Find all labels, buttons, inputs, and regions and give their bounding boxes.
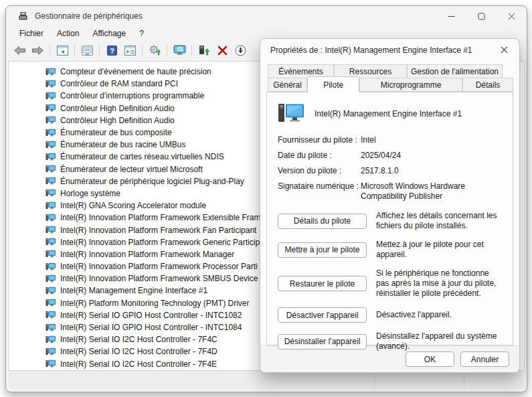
svg-text:?: ? [110,46,114,54]
export-list-icon[interactable] [122,43,138,58]
tree-item-label: Intel(R) Platform Monitoring Technology … [60,299,250,308]
tree-item-label: Énumérateur de bus composite [60,128,172,137]
tree-item-label: Intel(R) Innovation Platform Framework M… [60,250,234,259]
tab-row-front: GénéralPiloteMicroprogrammeDétails [266,78,513,92]
détails-du-pilote-button[interactable]: Détails du pilote [278,214,367,229]
uninstall-device-icon[interactable] [214,43,230,58]
titlebar[interactable]: Gestionnaire de périphériques [6,6,527,26]
action-description: Mettez à jour le pilote pour cet apparei… [376,240,502,260]
device-icon [278,102,304,125]
menu-item-affichage[interactable]: Affichage [86,27,132,40]
tree-item-label: Contrôleur de RAM standard PCI [60,79,178,88]
system-device-icon [46,360,56,368]
app-icon [18,11,28,21]
driver-fields: Fournisseur du pilote :IntelDate du pilo… [278,135,502,202]
tree-item-label: Contrôleur High Definition Audio [60,104,175,113]
system-device-icon [46,80,56,88]
system-device-icon [46,141,56,149]
tree-item-label: Contrôleur d'interruptions programmable [60,91,204,100]
ok-button[interactable]: OK [406,351,454,367]
system-device-icon [46,274,56,283]
tab-gestion-de-l-alimentation[interactable]: Gestion de l'alimentation [407,64,503,78]
close-button[interactable] [497,6,527,26]
back-icon[interactable] [11,43,27,58]
device-name: Intel(R) Management Engine Interface #1 [315,109,462,118]
tree-item-label: Intel(R) Serial IO GPIO Host Controller … [60,311,242,320]
tab-microprogramme[interactable]: Microprogramme [359,78,462,92]
field-value: Intel [361,135,502,145]
toolbar-separator [74,45,75,56]
system-device-icon [46,202,56,210]
dialog-title: Propriétés de : Intel(R) Management Engi… [270,46,472,55]
field-value: 2025/04/24 [361,151,502,161]
properties-icon[interactable] [79,43,95,58]
driver-action-row: Mettre à jour le piloteMettez à jour le … [278,240,502,260]
driver-tab-page: Intel(R) Management Engine Interface #1 … [266,92,513,345]
system-device-icon [46,116,56,125]
properties-dialog: Propriétés de : Intel(R) Management Engi… [260,38,520,373]
system-device-icon [46,189,56,197]
tree-item-label: Énumérateur de cartes réseau virtuelles … [60,152,224,161]
system-device-icon [46,177,56,185]
tree-item-label: Horloge système [60,189,120,198]
disable-device-icon[interactable] [232,43,248,58]
tree-item-label: Intel(R) Management Engine Interface #1 [60,286,207,295]
driver-actions: Détails du piloteAffichez les détails co… [278,211,502,351]
driver-field-row: Fournisseur du pilote :Intel [278,135,502,145]
system-device-icon [46,287,56,295]
tree-item-label: Intel(R) Innovation Platform Framework S… [60,274,258,283]
field-value: Microsoft Windows Hardware Compatibility… [361,181,502,202]
action-description: Désactivez l'appareil. [376,310,502,320]
field-label: Version du pilote : [278,166,361,176]
system-device-icon [46,250,56,258]
menu-item-?[interactable]: ? [132,27,151,40]
driver-action-row: Désinstaller l'appareilDésinstallez l'ap… [278,331,502,351]
driver-action-row: Restaurer le piloteSi le périphérique ne… [278,268,502,299]
menu-item-fichier[interactable]: Fichier [13,27,50,40]
system-device-icon [46,104,56,112]
désinstaller-l-appareil-button[interactable]: Désinstaller l'appareil [278,334,367,349]
field-label: Date du pilote : [278,151,361,161]
system-device-icon [46,299,56,307]
dialog-titlebar[interactable]: Propriétés de : Intel(R) Management Engi… [260,39,519,61]
system-device-icon [46,335,56,344]
system-device-icon [46,347,56,356]
tree-item-label: Intel(R) Innovation Platform Framework E… [60,213,260,222]
system-device-icon [46,262,56,271]
search-devices-icon[interactable] [171,43,187,58]
update-driver-icon[interactable] [196,43,212,58]
system-device-icon [46,214,56,222]
tab-détails[interactable]: Détails [462,78,513,92]
tab-pilote[interactable]: Pilote [307,76,359,92]
forward-icon[interactable] [29,43,46,58]
tab-strip: ÉvénementsRessourcesGestion de l'aliment… [266,64,513,92]
toolbar-separator [142,45,143,56]
maximize-button[interactable] [466,6,497,26]
tab-général[interactable]: Général [268,78,307,92]
cancel-button[interactable]: Annuler [460,351,509,367]
toolbar-separator [191,45,192,56]
show-console-tree-icon[interactable] [54,43,70,58]
statusbar [8,370,525,390]
minimize-button[interactable] [436,6,466,26]
action-description: Si le périphérique ne fonctionne pas apr… [376,268,502,299]
toolbar-separator [167,45,167,56]
mettre-à-jour-le-pilote-button[interactable]: Mettre à jour le pilote [278,242,367,258]
menu-item-action[interactable]: Action [50,27,86,40]
help-icon[interactable]: ? [104,43,120,58]
tree-item-label: Intel(R) Serial IO I2C Host Controller -… [60,360,217,369]
system-device-icon [46,226,56,234]
field-label: Signataire numérique : [278,181,361,202]
action-description: Affichez les détails concernant les fich… [376,211,502,231]
restaurer-le-pilote-button[interactable]: Restaurer le pilote [278,276,367,291]
toolbar-separator [50,45,50,56]
tree-item-label: Intel(R) Serial IO GPIO Host Controller … [60,323,242,332]
dialog-close-icon[interactable] [493,40,515,60]
statusbar-separator [464,373,464,388]
désactiver-l-appareil-button[interactable]: Désactiver l'appareil [278,307,367,323]
tree-item-label: Énumérateur de périphérique logiciel Plu… [60,177,244,186]
scan-hardware-changes-icon[interactable] [147,43,163,58]
system-device-icon [46,323,56,332]
system-device-icon [46,165,56,173]
field-value: 2517.8.1.0 [361,166,502,176]
